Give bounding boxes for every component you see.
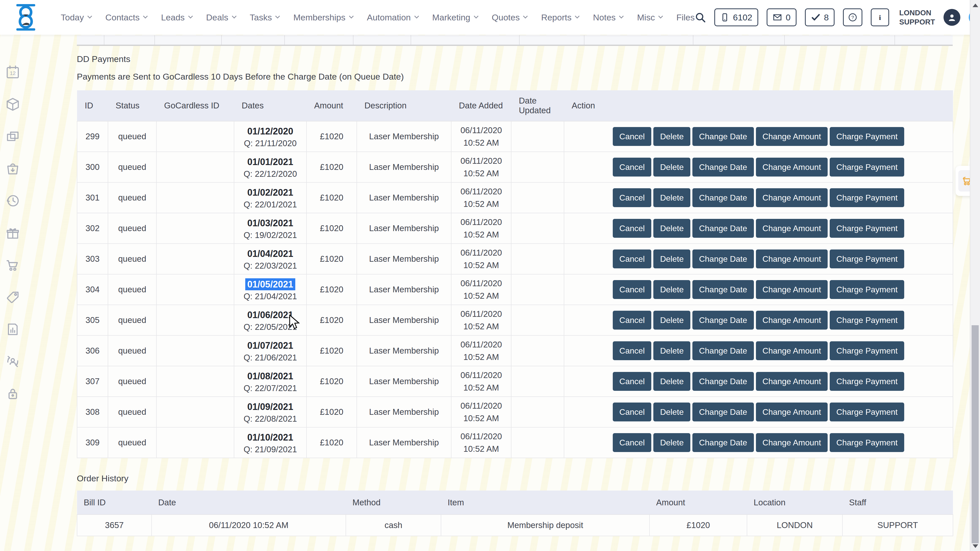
delete-button[interactable]: Delete [653, 403, 690, 421]
charge-payment-button[interactable]: Charge Payment [830, 127, 904, 146]
charge-payment-button[interactable]: Charge Payment [830, 403, 904, 421]
info-button[interactable]: i [871, 8, 889, 26]
scrollbar-up-arrow[interactable] [973, 3, 978, 7]
charge-payment-button[interactable]: Charge Payment [830, 280, 904, 299]
change-date-button[interactable]: Change Date [692, 219, 754, 238]
nav-item-deals[interactable]: Deals [206, 13, 235, 22]
scrollbar-thumb[interactable] [972, 325, 979, 543]
nav-item-misc[interactable]: Misc [637, 13, 662, 22]
sidebar-item-calendar-icon[interactable]: 12 [5, 65, 20, 79]
nav-item-automation[interactable]: Automation [367, 13, 418, 22]
cancel-button[interactable]: Cancel [613, 311, 652, 330]
change-amount-button[interactable]: Change Amount [756, 158, 828, 176]
sidebar-item-lock-icon[interactable] [5, 386, 20, 401]
sidebar-item-shopping-bag-icon[interactable] [5, 161, 20, 176]
delete-button[interactable]: Delete [653, 433, 690, 452]
dd-cell-id: 307 [77, 366, 108, 397]
sidebar-item-sales-report-icon[interactable] [5, 322, 20, 337]
change-amount-button[interactable]: Change Amount [756, 127, 828, 146]
cancel-button[interactable]: Cancel [613, 403, 652, 421]
sidebar-item-cart-icon[interactable] [5, 258, 20, 272]
change-amount-button[interactable]: Change Amount [756, 249, 828, 268]
charge-payment-button[interactable]: Charge Payment [830, 341, 904, 360]
change-amount-button[interactable]: Change Amount [756, 280, 828, 299]
change-amount-button[interactable]: Change Amount [756, 188, 828, 207]
nav-item-notes[interactable]: Notes [593, 13, 622, 22]
delete-button[interactable]: Delete [653, 341, 690, 360]
location-staff-label: LONDON SUPPORT [899, 8, 935, 27]
cancel-button[interactable]: Cancel [613, 433, 652, 452]
charge-payment-button[interactable]: Charge Payment [830, 433, 904, 452]
cancel-button[interactable]: Cancel [613, 219, 652, 238]
change-date-button[interactable]: Change Date [692, 311, 754, 330]
change-date-button[interactable]: Change Date [692, 158, 754, 176]
sidebar-item-customer-sync-icon[interactable] [5, 354, 20, 369]
dd-header-dates: Dates [234, 90, 307, 121]
help-button[interactable]: ? [843, 8, 862, 26]
cancel-button[interactable]: Cancel [613, 127, 652, 146]
change-amount-button[interactable]: Change Amount [756, 433, 828, 452]
nav-item-reports[interactable]: Reports [541, 13, 578, 22]
nav-item-leads[interactable]: Leads [161, 13, 192, 22]
dd-header-date-updated: Date Updated [511, 90, 564, 121]
change-date-button[interactable]: Change Date [692, 341, 754, 360]
nav-item-marketing[interactable]: Marketing [432, 13, 477, 22]
search-icon[interactable] [695, 12, 706, 23]
delete-button[interactable]: Delete [653, 188, 690, 207]
cancel-button[interactable]: Cancel [613, 188, 652, 207]
oh-header-bill-id: Bill ID [77, 491, 151, 514]
change-amount-button[interactable]: Change Amount [756, 311, 828, 330]
nav-item-memberships[interactable]: Memberships [293, 13, 352, 22]
order-history-row: 365706/11/2020 10:52 AMcashMembership de… [77, 514, 953, 536]
sidebar-item-package-icon[interactable] [5, 97, 20, 112]
sidebar-item-history-icon[interactable] [5, 193, 20, 208]
delete-button[interactable]: Delete [653, 249, 690, 268]
cancel-button[interactable]: Cancel [613, 158, 652, 176]
tasks-button[interactable]: 8 [805, 8, 835, 26]
dd-cell-date-added: 06/11/202010:52 AM [451, 305, 511, 335]
mail-button[interactable]: 0 [767, 8, 797, 26]
nav-item-quotes[interactable]: Quotes [492, 13, 527, 22]
charge-payment-button[interactable]: Charge Payment [830, 249, 904, 268]
charge-payment-button[interactable]: Charge Payment [830, 311, 904, 330]
change-amount-button[interactable]: Change Amount [756, 403, 828, 421]
cancel-button[interactable]: Cancel [613, 341, 652, 360]
change-date-button[interactable]: Change Date [692, 127, 754, 146]
change-date-button[interactable]: Change Date [692, 372, 754, 391]
delete-button[interactable]: Delete [653, 219, 690, 238]
delete-button[interactable]: Delete [653, 127, 690, 146]
scrollbar-down-arrow[interactable] [973, 545, 978, 548]
change-date-button[interactable]: Change Date [692, 403, 754, 421]
change-date-button[interactable]: Change Date [692, 433, 754, 452]
delete-button[interactable]: Delete [653, 280, 690, 299]
change-date-button[interactable]: Change Date [692, 188, 754, 207]
nav-item-files[interactable]: Files [676, 13, 695, 22]
change-date-button[interactable]: Change Date [692, 280, 754, 299]
delete-button[interactable]: Delete [653, 158, 690, 176]
change-amount-button[interactable]: Change Amount [756, 219, 828, 238]
sidebar-item-price-tag-icon[interactable] [5, 290, 20, 305]
cancel-button[interactable]: Cancel [613, 249, 652, 268]
dd-cell-dates: 01/01/2021Q: 22/12/2020 [234, 152, 307, 183]
nav-item-contacts[interactable]: Contacts [105, 13, 146, 22]
hourglass-logo-icon[interactable] [16, 4, 36, 30]
delete-button[interactable]: Delete [653, 311, 690, 330]
change-amount-button[interactable]: Change Amount [756, 372, 828, 391]
delete-button[interactable]: Delete [653, 372, 690, 391]
charge-payment-button[interactable]: Charge Payment [830, 188, 904, 207]
nav-item-today[interactable]: Today [61, 13, 91, 22]
charge-payment-button[interactable]: Charge Payment [830, 372, 904, 391]
cancel-button[interactable]: Cancel [613, 372, 652, 391]
phone-calls-button[interactable]: 6102 [714, 8, 758, 26]
user-avatar[interactable] [943, 9, 960, 26]
charge-payment-button[interactable]: Charge Payment [830, 219, 904, 238]
nav-item-tasks[interactable]: Tasks [250, 13, 279, 22]
dd-cell-status: queued [108, 397, 156, 427]
sidebar-item-gift-icon[interactable] [5, 225, 20, 240]
change-date-button[interactable]: Change Date [692, 249, 754, 268]
column-divider [519, 35, 520, 44]
sidebar-item-copy-icon[interactable] [5, 129, 20, 144]
cancel-button[interactable]: Cancel [613, 280, 652, 299]
change-amount-button[interactable]: Change Amount [756, 341, 828, 360]
charge-payment-button[interactable]: Charge Payment [830, 158, 904, 176]
